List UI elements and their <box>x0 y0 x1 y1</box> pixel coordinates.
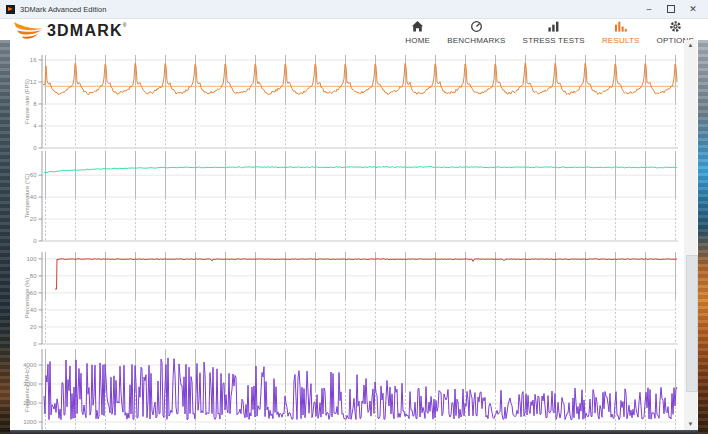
close-button[interactable]: ✕ <box>682 0 704 18</box>
scroll-up-button[interactable]: ▲ <box>684 40 697 51</box>
frame-rate-series <box>43 63 677 95</box>
y-tick-label: 80 <box>30 273 37 279</box>
background-art-right <box>698 40 708 434</box>
frequency-chart: 4000300020001000Frequency (MHz) <box>23 349 678 430</box>
nav: HOMEBENCHMARKSSTRESS TESTSRESULTSOPTIONS <box>405 20 694 45</box>
percentage-series <box>55 259 677 289</box>
nav-item-home[interactable]: HOME <box>405 20 430 45</box>
app-icon <box>6 5 15 14</box>
y-tick-label: 12 <box>30 79 37 85</box>
y-tick-label: 4 <box>33 123 37 129</box>
window-title: 3DMark Advanced Edition <box>20 5 106 14</box>
nav-item-label: HOME <box>405 36 430 45</box>
y-axis-title: Temperature (°C) <box>24 174 30 219</box>
nav-item-benchmarks[interactable]: BENCHMARKS <box>447 20 505 45</box>
scroll-down-button[interactable]: ▼ <box>684 419 697 430</box>
temperature-series <box>44 167 677 173</box>
y-tick-label: 40 <box>30 194 37 200</box>
y-tick-label: 40 <box>30 307 37 313</box>
logo: 3DMARK ® <box>14 20 126 42</box>
y-tick-label: 0 <box>33 145 37 151</box>
title-bar: 3DMark Advanced Edition – ✕ <box>0 0 708 19</box>
nav-item-results[interactable]: RESULTS <box>602 20 640 45</box>
logo-swoosh-icon <box>14 20 44 42</box>
maximize-button[interactable] <box>660 0 682 18</box>
scroll-thumb[interactable] <box>686 255 698 392</box>
maximize-icon <box>667 5 675 13</box>
benchmarks-icon <box>447 20 505 34</box>
minimize-button[interactable]: – <box>638 0 660 18</box>
y-axis-title: Percentage (%) <box>24 278 30 318</box>
charts-canvas: 1612840Frame rate (FPS)6040200Temperatur… <box>0 0 708 430</box>
frequency-series <box>44 358 677 420</box>
stress-tests-icon <box>523 20 585 34</box>
y-axis-title: Frequency (MHz) <box>24 367 30 412</box>
app-header: 3DMARK ® HOMEBENCHMARKSSTRESS TESTSRESUL… <box>10 18 698 47</box>
logo-text: 3DMARK <box>47 20 123 42</box>
y-tick-label: 8 <box>33 101 37 107</box>
nav-item-label: BENCHMARKS <box>447 36 505 45</box>
home-icon <box>405 20 430 34</box>
y-tick-label: 20 <box>30 324 37 330</box>
scrollbar[interactable]: ▲ ▼ <box>684 40 697 430</box>
temperature-chart: 6040200Temperature (°C) <box>24 151 678 244</box>
results-icon <box>602 20 640 34</box>
y-tick-label: 100 <box>26 256 37 262</box>
y-tick-label: 16 <box>30 57 37 63</box>
nav-item-label: RESULTS <box>602 36 640 45</box>
app-window: 3DMark Advanced Edition – ✕ 3DMARK ® HOM… <box>0 0 708 434</box>
frame-rate-chart: 1612840Frame rate (FPS) <box>24 55 678 151</box>
y-tick-label: 60 <box>30 172 37 178</box>
nav-item-label: STRESS TESTS <box>523 36 585 45</box>
percentage-chart: 100806040200Percentage (%) <box>24 252 678 347</box>
y-tick-label: 0 <box>33 341 37 347</box>
background-art-left <box>0 40 10 434</box>
y-tick-label: 4000 <box>23 362 37 368</box>
y-tick-label: 1000 <box>23 419 37 425</box>
nav-item-stress-tests[interactable]: STRESS TESTS <box>523 20 585 45</box>
y-tick-label: 0 <box>33 238 37 244</box>
options-icon <box>657 20 694 34</box>
y-tick-label: 60 <box>30 290 37 296</box>
window-bottom-edge <box>10 430 698 434</box>
registered-mark: ® <box>123 20 127 30</box>
y-axis-title: Frame rate (FPS) <box>24 79 30 124</box>
y-tick-label: 20 <box>30 216 37 222</box>
window-controls: – ✕ <box>638 0 704 18</box>
